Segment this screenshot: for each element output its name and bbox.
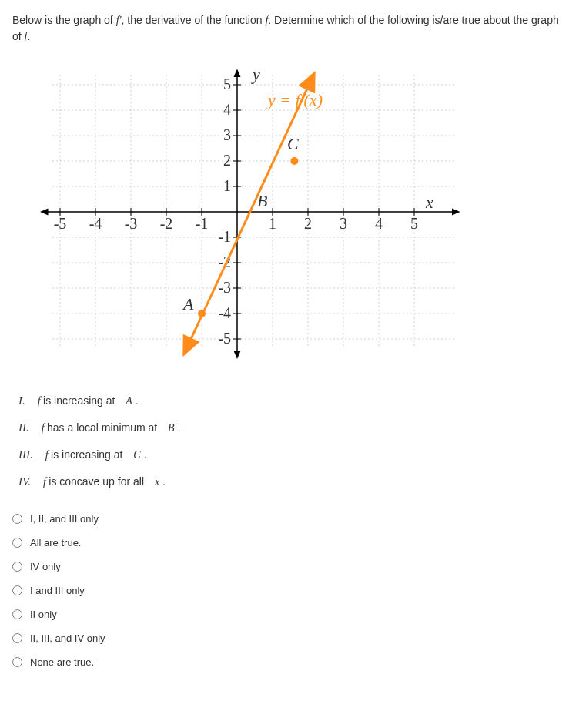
- option-c[interactable]: IV only: [12, 561, 567, 572]
- label-a[interactable]: I, II, and III only: [30, 513, 99, 525]
- point-A: [198, 310, 206, 317]
- svg-text:-5: -5: [54, 215, 67, 232]
- answer-options: I, II, and III only All are true. IV onl…: [12, 513, 567, 668]
- svg-text:1: 1: [223, 177, 231, 194]
- label-f[interactable]: II, III, and IV only: [30, 632, 105, 644]
- x-axis-label: x: [425, 193, 433, 212]
- svg-text:-1: -1: [218, 228, 231, 245]
- statement-IV: IV. f is concave up for all x.: [18, 475, 567, 488]
- chart-container: -5 -4 -3 -2 -1 1 2 3 4 5 -5 -4 -3 -2 -1 …: [37, 63, 567, 364]
- x-tick-labels: -5 -4 -3 -2 -1 1 2 3 4 5: [54, 215, 418, 232]
- statement-III: III. f is increasing at C.: [18, 448, 567, 461]
- radio-d[interactable]: [12, 585, 22, 595]
- radio-a[interactable]: [12, 514, 22, 524]
- y-axis-label: y: [251, 65, 260, 84]
- svg-text:-1: -1: [196, 215, 209, 232]
- point-C: [290, 157, 298, 165]
- radio-e[interactable]: [12, 609, 22, 619]
- svg-text:4: 4: [223, 101, 231, 118]
- svg-text:4: 4: [375, 215, 383, 232]
- fprime-line: [188, 79, 312, 347]
- svg-text:3: 3: [340, 215, 347, 232]
- question-text: Below is the graph of f′, the derivative…: [12, 12, 567, 45]
- radio-b[interactable]: [12, 538, 22, 548]
- derivative-graph: -5 -4 -3 -2 -1 1 2 3 4 5 -5 -4 -3 -2 -1 …: [37, 63, 468, 364]
- y-tick-labels: -5 -4 -3 -2 -1 1 2 3 4 5: [218, 75, 231, 347]
- svg-text:-4: -4: [218, 304, 231, 321]
- svg-text:-5: -5: [218, 330, 231, 347]
- statements-list: I. f is increasing at A. II. f has a loc…: [18, 394, 567, 488]
- svg-text:A: A: [182, 294, 194, 314]
- statement-II: II. f has a local minimum at B.: [18, 421, 567, 434]
- option-b[interactable]: All are true.: [12, 537, 567, 549]
- svg-text:3: 3: [223, 126, 231, 143]
- svg-text:5: 5: [410, 215, 418, 232]
- label-g[interactable]: None are true.: [30, 656, 94, 668]
- option-e[interactable]: II only: [12, 609, 567, 620]
- svg-text:-3: -3: [218, 279, 231, 296]
- statement-I: I. f is increasing at A.: [18, 394, 567, 408]
- option-g[interactable]: None are true.: [12, 656, 567, 668]
- radio-g[interactable]: [12, 657, 22, 667]
- svg-text:5: 5: [223, 75, 231, 92]
- svg-text:2: 2: [304, 215, 312, 232]
- radio-f[interactable]: [12, 633, 22, 643]
- svg-text:B: B: [257, 191, 267, 210]
- svg-text:-4: -4: [89, 215, 102, 232]
- svg-text:1: 1: [269, 215, 276, 232]
- radio-c[interactable]: [12, 562, 22, 572]
- svg-text:-2: -2: [160, 215, 173, 232]
- equation-label: y = f′(x): [266, 90, 323, 109]
- q-middle: , the derivative of the function: [122, 14, 266, 26]
- label-d[interactable]: I and III only: [30, 585, 85, 596]
- q-prefix: Below is the graph of: [12, 14, 116, 26]
- svg-text:C: C: [287, 134, 299, 153]
- q-fprime: f′: [116, 15, 122, 26]
- option-f[interactable]: II, III, and IV only: [12, 632, 567, 644]
- option-a[interactable]: I, II, and III only: [12, 513, 567, 525]
- label-c[interactable]: IV only: [30, 561, 61, 572]
- svg-text:2: 2: [223, 152, 231, 169]
- label-e[interactable]: II only: [30, 609, 57, 620]
- q-end: .: [27, 30, 30, 42]
- svg-text:-3: -3: [125, 215, 138, 232]
- option-d[interactable]: I and III only: [12, 585, 567, 596]
- label-b[interactable]: All are true.: [30, 537, 81, 549]
